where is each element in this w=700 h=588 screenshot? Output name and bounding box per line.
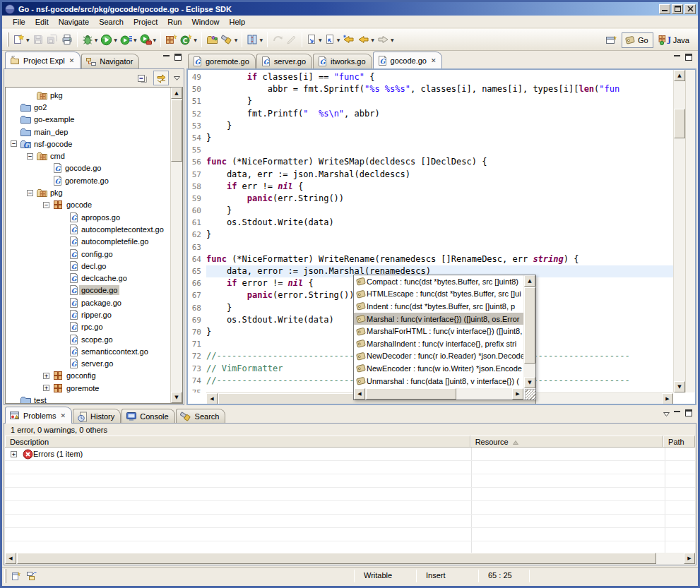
menu-run[interactable]: Run <box>162 17 186 27</box>
menu-window[interactable]: Window <box>186 17 224 27</box>
tree-item-pkg[interactable]: −pkg <box>6 186 170 198</box>
expand-node-icon[interactable]: + <box>11 451 17 457</box>
open-resource-button[interactable] <box>205 31 220 48</box>
perspective-go[interactable]: Go <box>622 32 653 48</box>
dropdown-caret-icon[interactable]: ▼ <box>371 37 374 42</box>
column-header-resource[interactable]: Resource <box>470 436 663 447</box>
debug-button[interactable]: ▼ <box>81 31 100 48</box>
fast-view-icon[interactable] <box>8 569 24 584</box>
popup-hscrollbar[interactable]: ◀ ▶ <box>354 388 523 400</box>
completion-item[interactable]: Unmarshal : func(data []uint8, v interfa… <box>354 375 523 388</box>
minimize-editor-icon[interactable] <box>674 54 681 62</box>
close-tab-icon[interactable]: ✕ <box>431 57 437 64</box>
tree-item-autocompletefile-go[interactable]: Gautocompletefile.go <box>6 236 170 248</box>
new-button[interactable]: ▼ <box>11 31 31 48</box>
problem-group-row[interactable]: +Errors (1 item) <box>5 448 695 461</box>
completion-item[interactable]: Compact : func(dst *bytes.Buffer, src []… <box>354 275 523 288</box>
column-header-path[interactable]: Path <box>663 436 695 447</box>
dropdown-caret-icon[interactable]: ▼ <box>194 37 197 42</box>
tree-item-goconfig[interactable]: +goconfig <box>6 370 170 382</box>
close-tab-icon[interactable]: ✕ <box>60 412 66 419</box>
restore-views-icon[interactable] <box>24 569 40 584</box>
minimize-button[interactable] <box>659 4 670 14</box>
completion-item[interactable]: MarshalForHTML : func(v interface{}) ([]… <box>354 325 523 337</box>
menu-help[interactable]: Help <box>225 17 251 27</box>
tree-item-cmd[interactable]: −cmd <box>6 150 170 162</box>
open-perspective-button[interactable] <box>603 32 619 47</box>
completion-item[interactable]: MarshalIndent : func(v interface{}, pref… <box>354 337 523 350</box>
tree-item-go2[interactable]: go2 <box>6 101 170 113</box>
code-line-55[interactable]: 55 <box>188 144 673 156</box>
collapse-node-icon[interactable]: − <box>27 190 33 196</box>
explorer-tab-project-expl[interactable]: Project Expl✕ <box>5 52 81 68</box>
tree-item-gocode-go[interactable]: Ggocode.go <box>6 162 170 174</box>
code-line-52[interactable]: 52 fmt.Printf(" %s\n", abbr) <box>188 108 673 120</box>
tree-scrollbar[interactable]: ▲ ▼ <box>170 88 182 403</box>
problems-tab-console[interactable]: Console <box>121 409 174 424</box>
code-line-56[interactable]: 56func (*NiceFormatter) WriteSMap(declde… <box>188 156 673 168</box>
overview-ruler[interactable] <box>685 70 695 392</box>
tree-item-semanticcontext-go[interactable]: Gsemanticcontext.go <box>6 345 170 357</box>
maximize-editor-icon[interactable] <box>685 54 692 62</box>
collapse-all-icon[interactable] <box>135 71 150 85</box>
tree-item-goremote-go[interactable]: Ggoremote.go <box>6 174 170 186</box>
completion-item[interactable]: Indent : func(dst *bytes.Buffer, src []u… <box>354 300 523 313</box>
code-line-62[interactable]: 62} <box>188 229 673 241</box>
completion-item[interactable]: Marshal : func(v interface{}) ([]uint8, … <box>354 313 523 325</box>
print-button[interactable] <box>60 31 74 48</box>
last-edit-location-button[interactable] <box>341 31 356 48</box>
dropdown-caret-icon[interactable]: ▼ <box>235 37 238 42</box>
code-line-53[interactable]: 53 } <box>188 120 673 132</box>
minimize-view-icon[interactable] <box>674 409 681 418</box>
code-line-63[interactable]: 63 <box>188 241 673 253</box>
next-annotation-button[interactable]: ▼ <box>305 31 324 48</box>
editor-tab-itworks-go[interactable]: Gitworks.go <box>313 54 372 68</box>
code-line-54[interactable]: 54} <box>188 132 673 144</box>
maximize-button[interactable] <box>672 4 683 14</box>
editor-tab-gocode-go[interactable]: Ggocode.go✕ <box>373 52 443 68</box>
expand-node-icon[interactable]: + <box>43 385 49 391</box>
collapse-node-icon[interactable]: − <box>43 202 49 208</box>
run-history-button[interactable]: ▼ <box>119 31 138 48</box>
run-button[interactable]: ▼ <box>99 31 119 48</box>
code-line-64[interactable]: 64func (*NiceFormatter) WriteRename(rena… <box>188 253 673 265</box>
code-line-59[interactable]: 59 panic(err.String()) <box>188 193 673 205</box>
tree-item-gocode[interactable]: −gocode <box>6 199 170 211</box>
completion-item[interactable]: HTMLEscape : func(dst *bytes.Buffer, src… <box>354 288 523 301</box>
menu-file[interactable]: File <box>8 17 30 27</box>
perspective-java[interactable]: JJava <box>656 32 694 48</box>
collapse-node-icon[interactable]: − <box>27 153 33 160</box>
editor-vscrollbar[interactable]: ▲ ▼ <box>673 70 685 392</box>
menu-project[interactable]: Project <box>129 17 162 27</box>
editor-tab-goremote-go[interactable]: Ggoremote.go <box>188 54 256 68</box>
back-button[interactable]: ▼ <box>356 31 376 48</box>
menu-edit[interactable]: Edit <box>30 17 54 27</box>
dropdown-caret-icon[interactable]: ▼ <box>153 37 157 42</box>
dropdown-caret-icon[interactable]: ▼ <box>95 37 98 42</box>
tree-item-server-go[interactable]: Gserver.go <box>6 358 170 370</box>
dropdown-caret-icon[interactable]: ▼ <box>114 37 117 42</box>
column-header-description[interactable]: Description <box>5 436 470 447</box>
tree-item-config-go[interactable]: Gconfig.go <box>6 248 170 260</box>
dropdown-caret-icon[interactable]: ▼ <box>26 37 30 42</box>
dropdown-caret-icon[interactable]: ▼ <box>319 37 322 42</box>
code-line-57[interactable]: 57 data, err := json.Marshal(decldescs) <box>188 169 673 181</box>
code-line-51[interactable]: 51 } <box>188 95 673 107</box>
popup-resize-grip[interactable] <box>525 389 535 400</box>
minimize-view-icon[interactable] <box>163 54 170 62</box>
tree-item-goremote[interactable]: +goremote <box>6 382 170 394</box>
tree-item-package-go[interactable]: Gpackage.go <box>6 296 170 308</box>
link-with-editor-icon[interactable] <box>153 71 169 85</box>
tree-item-test[interactable]: test <box>6 394 170 403</box>
search-button[interactable]: ▼ <box>220 31 239 48</box>
new-go-package-button[interactable] <box>164 31 179 48</box>
forward-button[interactable]: ▼ <box>376 31 396 48</box>
expand-node-icon[interactable]: + <box>43 373 49 379</box>
code-line-50[interactable]: 50 abbr = fmt.Sprintf("%s %s%s", classes… <box>188 83 673 95</box>
new-go-type-button[interactable]: C▼ <box>179 31 198 48</box>
problems-hscrollbar[interactable]: ◀ ▶ <box>5 553 695 564</box>
editor-tab-server-go[interactable]: Gserver.go <box>256 54 312 68</box>
maximize-view-icon[interactable] <box>685 409 692 418</box>
dropdown-caret-icon[interactable]: ▼ <box>134 37 137 42</box>
tree-item-declcache-go[interactable]: Gdeclcache.go <box>6 272 170 284</box>
